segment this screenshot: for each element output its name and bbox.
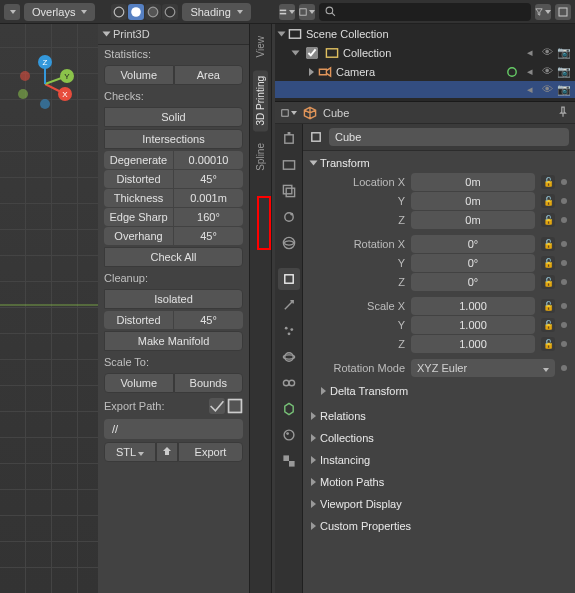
collection-checkbox[interactable] xyxy=(306,47,318,59)
lock-icon[interactable]: 🔓 xyxy=(541,175,555,189)
eye-icon[interactable]: 👁 xyxy=(540,83,554,96)
scly-field[interactable]: 1.000 xyxy=(411,316,535,334)
editor-type-icon[interactable] xyxy=(279,4,295,20)
lock-icon[interactable]: 🔓 xyxy=(541,237,555,251)
lock-icon[interactable]: 🔓 xyxy=(541,337,555,351)
exclude-icon[interactable]: ◂ xyxy=(523,65,537,78)
roty-field[interactable]: 0° xyxy=(411,254,535,272)
anim-dot[interactable] xyxy=(561,279,567,285)
viewport-3d[interactable]: X Y Z xyxy=(0,24,98,593)
ptab-render[interactable] xyxy=(278,128,300,150)
anim-dot[interactable] xyxy=(561,217,567,223)
render-icon[interactable]: 📷 xyxy=(557,65,571,78)
rotx-field[interactable]: 0° xyxy=(411,235,535,253)
export-textures-icon[interactable] xyxy=(227,398,243,414)
check-distorted-label[interactable]: Distorted xyxy=(104,170,173,188)
export-button[interactable]: Export xyxy=(178,442,243,462)
overlays-dropdown-icon[interactable] xyxy=(4,4,20,20)
display-mode-icon[interactable] xyxy=(299,4,315,20)
check-overhang-label[interactable]: Overhang xyxy=(104,227,173,245)
anim-dot[interactable] xyxy=(561,365,567,371)
overlays-dropdown[interactable]: Overlays xyxy=(24,3,95,21)
ptab-world[interactable] xyxy=(278,232,300,254)
rotz-field[interactable]: 0° xyxy=(411,273,535,291)
cleanup-distorted-value[interactable]: 45° xyxy=(174,311,243,329)
shading-rendered[interactable] xyxy=(162,4,178,20)
lock-icon[interactable]: 🔓 xyxy=(541,299,555,313)
outliner-item-camera[interactable]: Camera ◂👁📷 xyxy=(275,62,575,81)
outliner-item-cut[interactable]: ◂👁📷 xyxy=(275,81,575,98)
customprops-section[interactable]: Custom Properties xyxy=(303,517,575,539)
check-overhang-value[interactable]: 45° xyxy=(174,227,243,245)
export-apply-icon[interactable] xyxy=(209,398,225,414)
area-button[interactable]: Area xyxy=(174,65,244,85)
n-panel-header[interactable]: Print3D xyxy=(98,24,249,45)
viewportdisplay-section[interactable]: Viewport Display xyxy=(303,495,575,517)
outliner-collection[interactable]: Collection ◂👁📷 xyxy=(275,43,575,62)
export-up-icon[interactable] xyxy=(156,442,178,462)
anim-dot[interactable] xyxy=(561,260,567,266)
render-icon[interactable]: 📷 xyxy=(557,83,571,96)
lock-icon[interactable]: 🔓 xyxy=(541,256,555,270)
shading-solid[interactable] xyxy=(128,4,144,20)
ptab-constraints[interactable] xyxy=(278,372,300,394)
ptab-physics[interactable] xyxy=(278,346,300,368)
orientation-gizmo[interactable]: X Y Z xyxy=(15,54,75,114)
ptab-scene[interactable] xyxy=(278,206,300,228)
ptab-texture[interactable] xyxy=(278,450,300,472)
intersections-button[interactable]: Intersections xyxy=(104,129,243,149)
export-path-input[interactable] xyxy=(110,422,250,436)
anim-dot[interactable] xyxy=(561,322,567,328)
check-all-button[interactable]: Check All xyxy=(104,247,243,267)
tab-spline[interactable]: Spline xyxy=(253,137,268,177)
lock-icon[interactable]: 🔓 xyxy=(541,213,555,227)
check-distorted-value[interactable]: 45° xyxy=(174,170,243,188)
ptab-data[interactable] xyxy=(278,398,300,420)
check-degenerate-value[interactable]: 0.00010 xyxy=(174,151,243,169)
export-path-field[interactable] xyxy=(104,419,243,439)
outliner-search-input[interactable] xyxy=(340,5,525,19)
check-thickness-label[interactable]: Thickness xyxy=(104,189,173,207)
transform-header[interactable]: Transform xyxy=(311,157,567,169)
scaleto-volume-button[interactable]: Volume xyxy=(104,373,174,393)
locy-field[interactable]: 0m xyxy=(411,192,535,210)
ptab-viewlayer[interactable] xyxy=(278,180,300,202)
check-edgesharp-label[interactable]: Edge Sharp xyxy=(104,208,173,226)
render-icon[interactable]: 📷 xyxy=(557,46,571,59)
properties-editor-icon[interactable] xyxy=(281,105,297,121)
solid-button[interactable]: Solid xyxy=(104,107,243,127)
object-name-field[interactable]: Cube xyxy=(329,128,569,146)
ptab-material[interactable] xyxy=(278,424,300,446)
sclz-field[interactable]: 1.000 xyxy=(411,335,535,353)
ptab-modifier[interactable] xyxy=(278,294,300,316)
check-edgesharp-value[interactable]: 160° xyxy=(174,208,243,226)
motionpaths-section[interactable]: Motion Paths xyxy=(303,473,575,495)
cleanup-distorted-label[interactable]: Distorted xyxy=(104,311,173,329)
new-collection-icon[interactable] xyxy=(555,4,571,20)
delta-transform-header[interactable]: Delta Transform xyxy=(321,385,567,397)
pin-icon[interactable] xyxy=(557,106,569,120)
rotmode-select[interactable]: XYZ Euler xyxy=(411,359,555,377)
ptab-output[interactable] xyxy=(278,154,300,176)
anim-dot[interactable] xyxy=(561,303,567,309)
exclude-icon[interactable]: ◂ xyxy=(523,46,537,59)
collections-section[interactable]: Collections xyxy=(303,429,575,451)
ptab-object[interactable] xyxy=(278,268,300,290)
eye-icon[interactable]: 👁 xyxy=(540,65,554,78)
disclosure-icon[interactable] xyxy=(279,28,284,40)
outliner-scene-collection[interactable]: Scene Collection xyxy=(275,24,575,43)
outliner[interactable]: Scene Collection Collection ◂👁📷 Camera ◂… xyxy=(275,24,575,102)
lock-icon[interactable]: 🔓 xyxy=(541,194,555,208)
disclosure-icon[interactable] xyxy=(293,47,298,59)
exclude-icon[interactable]: ◂ xyxy=(523,83,537,96)
eye-icon[interactable]: 👁 xyxy=(540,46,554,59)
shading-wireframe[interactable] xyxy=(111,4,127,20)
volume-button[interactable]: Volume xyxy=(104,65,174,85)
sclx-field[interactable]: 1.000 xyxy=(411,297,535,315)
scaleto-bounds-button[interactable]: Bounds xyxy=(174,373,244,393)
anim-dot[interactable] xyxy=(561,198,567,204)
lock-icon[interactable]: 🔓 xyxy=(541,318,555,332)
export-format-select[interactable]: STL xyxy=(104,442,156,462)
disclosure-icon[interactable] xyxy=(309,66,314,78)
filter-icon[interactable] xyxy=(535,4,551,20)
